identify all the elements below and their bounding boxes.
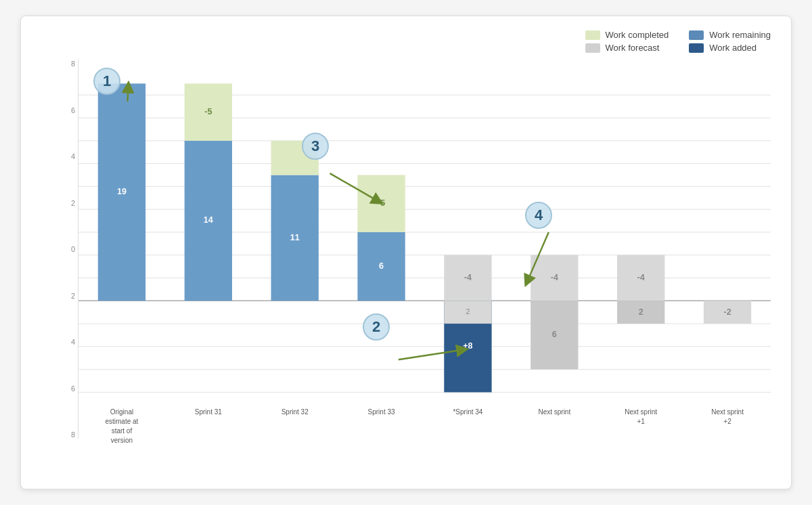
legend-item-work-remaining: Work remaining (689, 30, 771, 40)
legend-item-work-completed: Work completed (585, 30, 669, 40)
annotation-4: 4 (525, 202, 552, 229)
svg-text:-2: -2 (723, 307, 731, 317)
x-label: Sprint 33 (338, 405, 425, 439)
y-tick: 8 (71, 431, 75, 439)
legend-swatch-work-added (689, 43, 704, 53)
svg-text:6: 6 (552, 330, 557, 339)
chart-svg: 1914-5116-5+8-4-46-42-22 (78, 60, 771, 405)
y-axis: 864202468 (56, 60, 78, 439)
x-label: Next sprint+1 (597, 405, 684, 439)
y-tick: 2 (71, 199, 75, 207)
svg-text:14: 14 (204, 215, 213, 225)
y-tick: 8 (71, 60, 75, 68)
chart-inner: 1914-5116-5+8-4-46-42-22 Originalestimat… (78, 60, 771, 439)
legend-label-work-completed: Work completed (606, 30, 669, 40)
y-tick: 2 (71, 292, 75, 300)
y-axis-label (41, 60, 52, 439)
legend-swatch-work-remaining (689, 30, 704, 40)
x-label: Sprint 31 (165, 405, 252, 439)
svg-text:-5: -5 (378, 198, 385, 208)
x-label: *Sprint 34 (425, 405, 512, 439)
svg-text:-4: -4 (464, 273, 472, 282)
svg-text:-4: -4 (551, 273, 558, 282)
svg-text:-4: -4 (637, 273, 645, 282)
legend-item-work-added: Work added (689, 43, 771, 53)
svg-text:+8: +8 (463, 341, 472, 351)
x-label: Next sprint+2 (684, 405, 771, 439)
svg-text:19: 19 (117, 187, 127, 196)
annotation-2: 2 (363, 313, 390, 341)
legend-swatch-work-forecast (585, 43, 600, 53)
svg-text:6: 6 (379, 261, 384, 271)
legend-label-work-added: Work added (709, 43, 757, 53)
annotation-1: 1 (93, 68, 120, 95)
x-label: Originalestimate atstart ofversion (78, 405, 165, 439)
x-label: Sprint 32 (252, 405, 338, 439)
legend-label-work-remaining: Work remaining (709, 30, 771, 40)
chart-container: Work completedWork remainingWork forecas… (20, 16, 792, 489)
header-row: Work completedWork remainingWork forecas… (41, 30, 771, 53)
header-left (41, 30, 55, 32)
chart-area: 864202468 1914-5116-5+8-4-46-42-22 Origi… (41, 60, 771, 439)
x-label: Next sprint (511, 405, 597, 439)
y-tick: 4 (71, 338, 75, 346)
y-tick: 6 (71, 385, 75, 393)
y-tick: 0 (71, 245, 75, 253)
svg-text:-5: -5 (204, 107, 212, 116)
legend-label-work-forecast: Work forecast (606, 43, 660, 53)
svg-text:2: 2 (639, 307, 644, 317)
y-tick: 4 (71, 152, 75, 160)
svg-text:11: 11 (290, 233, 300, 242)
y-tick: 6 (71, 106, 75, 114)
legend-item-work-forecast: Work forecast (585, 43, 669, 53)
x-axis: Originalestimate atstart ofversionSprint… (78, 405, 771, 439)
legend-swatch-work-completed (585, 30, 600, 40)
annotation-3: 3 (302, 133, 329, 160)
legend: Work completedWork remainingWork forecas… (585, 30, 771, 53)
svg-text:2: 2 (466, 307, 470, 315)
